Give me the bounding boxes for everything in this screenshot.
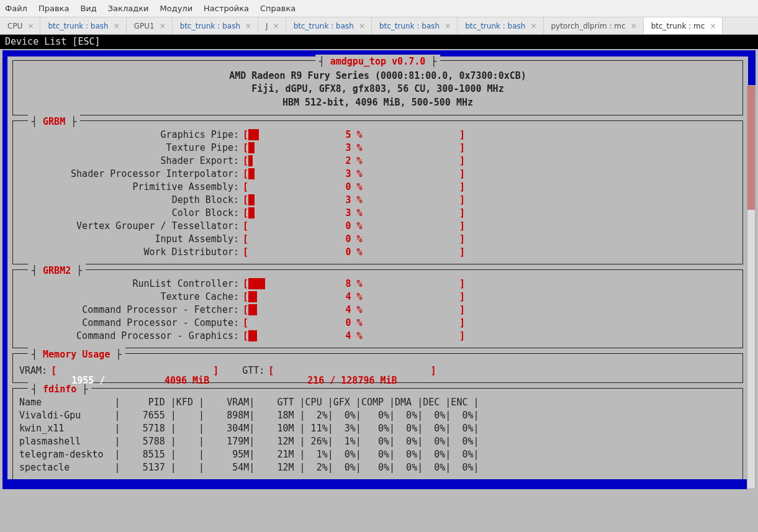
terminal-tab[interactable]: pytorch_dlprim : mc× (544, 17, 644, 34)
tab-label: btc_trunk : bash (379, 22, 440, 30)
menu-item[interactable]: Закладки (108, 4, 149, 13)
menu-item[interactable]: Модули (160, 4, 192, 13)
terminal-tab[interactable]: btc_trunk : bash× (173, 17, 258, 34)
terminal-tab[interactable]: btc_trunk : bash× (458, 17, 543, 34)
grbm-title: ┤ GRBM ├ (28, 115, 80, 129)
bracket-open-icon: [ (243, 246, 248, 259)
tab-label: btc_trunk : bash (294, 22, 354, 30)
close-icon[interactable]: × (359, 22, 365, 30)
close-icon[interactable]: × (245, 22, 251, 30)
bracket-open-icon: [ (243, 220, 248, 233)
tab-label: btc_trunk : bash (465, 22, 525, 30)
scrollbar-thumb[interactable] (747, 86, 755, 210)
close-icon[interactable]: × (114, 22, 120, 30)
terminal-tab[interactable]: GPU1× (127, 17, 173, 34)
metric-percent: 3 % (248, 142, 459, 155)
bracket-open-icon: [ (243, 181, 248, 194)
close-icon[interactable]: × (444, 22, 451, 30)
bracket-close-icon: ] (459, 220, 465, 233)
metric-row: Texture Cache:[4 %] (19, 291, 736, 304)
bracket-close-icon: ] (459, 304, 465, 317)
menu-item[interactable]: Справка (260, 4, 296, 13)
metric-label: Work Distributor: (19, 246, 243, 259)
metric-row: Command Processor - Fetcher:[4 %] (19, 304, 736, 317)
tab-label: btc_trunk : bash (180, 22, 240, 30)
metric-label: Graphics Pipe: (19, 128, 243, 142)
gpu-info-line: HBM 512-bit, 4096 MiB, 500-500 MHz (19, 96, 736, 110)
vram-label: VRAM: (19, 364, 47, 378)
terminal-tab[interactable]: btc_trunk : bash× (372, 17, 458, 34)
terminal-tab[interactable]: J× (258, 17, 286, 34)
metric-bar: 0 % (248, 181, 459, 192)
gpu-header-box: ┤ amdgpu_top v0.7.0 ├ AMD Radeon R9 Fury… (12, 60, 743, 115)
close-icon[interactable]: × (273, 22, 279, 30)
memory-usage-title: ┤ Memory Usage ├ (28, 348, 125, 362)
metric-row: Shader Export:[2 %] (19, 155, 736, 168)
metric-label: Color Block: (19, 207, 243, 220)
metric-row: Command Processor - Compute:[0 %] (19, 317, 736, 330)
bracket-open-icon: [ (243, 330, 248, 343)
gpu-info-line: AMD Radeon R9 Fury Series (0000:81:00.0,… (19, 70, 736, 83)
metric-bar: 0 % (248, 246, 459, 258)
bracket-open-icon: [ (243, 304, 248, 317)
metric-label: Input Assembly: (19, 233, 243, 246)
metric-bar: 5 % (248, 128, 459, 140)
tab-label: pytorch_dlprim : mc (551, 22, 626, 30)
device-list-header: Device List [ESC] (0, 35, 758, 49)
bracket-close-icon: ] (459, 330, 465, 343)
metric-bar: 4 % (248, 304, 459, 315)
vram-total-text: 4096 MiB (161, 374, 209, 388)
close-icon[interactable]: × (631, 22, 637, 30)
bracket-open-icon: [ (268, 364, 274, 378)
terminal-viewport: Device List [ESC] ┤ amdgpu_top v0.7.0 ├ … (0, 35, 758, 489)
terminal-tab[interactable]: btc_trunk : bash× (286, 17, 372, 34)
bracket-open-icon: [ (243, 233, 248, 246)
close-icon[interactable]: × (530, 22, 536, 30)
metric-bar: 3 % (248, 168, 459, 179)
bracket-close-icon: ] (213, 364, 219, 378)
metric-label: Texture Cache: (19, 291, 243, 304)
metric-label: Primitive Assembly: (19, 181, 243, 194)
menu-item[interactable]: Настройка (204, 4, 249, 13)
tab-label: GPU1 (134, 22, 155, 30)
bracket-close-icon: ] (459, 277, 465, 291)
terminal-tab[interactable]: btc_trunk : bash× (40, 17, 126, 34)
terminal-tab[interactable]: CPU× (0, 17, 40, 34)
fdinfo-process-row: plasmashell | 5788 | | 179M| 12M | 26%| … (19, 435, 736, 448)
bracket-open-icon: [ (243, 194, 248, 207)
menu-item[interactable]: Файл (5, 4, 27, 13)
metric-row: Graphics Pipe:[5 %] (19, 128, 736, 142)
gtt-label: GTT: (242, 364, 264, 378)
fdinfo-process-row: spectacle | 5137 | | 54M| 12M | 2%| 0%| … (19, 461, 736, 474)
bracket-close-icon: ] (459, 246, 465, 259)
vertical-scrollbar[interactable] (747, 85, 756, 490)
tab-bar: CPU×btc_trunk : bash×GPU1×btc_trunk : ba… (0, 17, 758, 35)
metric-label: Texture Pipe: (19, 142, 243, 155)
metric-percent: 3 % (248, 194, 459, 207)
metric-row: Depth Block:[3 %] (19, 194, 736, 207)
bracket-close-icon: ] (459, 168, 465, 181)
terminal-tab[interactable]: btc_trunk : mc× (644, 17, 723, 34)
menubar: ФайлПравкаВидЗакладкиМодулиНастройкаСпра… (0, 0, 758, 17)
metric-bar: 3 % (248, 207, 459, 219)
menu-item[interactable]: Вид (80, 4, 96, 13)
close-icon[interactable]: × (27, 22, 34, 30)
bracket-open-icon: [ (51, 364, 56, 378)
metric-bar: 4 % (248, 291, 459, 302)
metric-label: Command Processor - Fetcher: (19, 304, 243, 317)
tab-label: btc_trunk : bash (48, 22, 108, 30)
close-icon[interactable]: × (710, 22, 716, 30)
metric-percent: 4 % (248, 304, 459, 317)
metric-percent: 4 % (248, 330, 459, 343)
menu-item[interactable]: Правка (38, 4, 69, 13)
close-icon[interactable]: × (160, 22, 166, 30)
metric-bar: 0 % (248, 233, 459, 245)
bracket-close-icon: ] (459, 207, 465, 220)
grbm2-title: ┤ GRBM2 ├ (28, 264, 86, 278)
metric-percent: 5 % (248, 128, 459, 142)
bracket-close-icon: ] (459, 128, 465, 142)
vram-used-text: 1955 / (60, 374, 105, 388)
content-panel: ┤ amdgpu_top v0.7.0 ├ AMD Radeon R9 Fury… (7, 56, 748, 480)
metric-row: Input Assembly:[0 %] (19, 233, 736, 246)
memory-line: VRAM: [ 1955 / 4096 MiB ] GTT: [ (19, 364, 736, 378)
